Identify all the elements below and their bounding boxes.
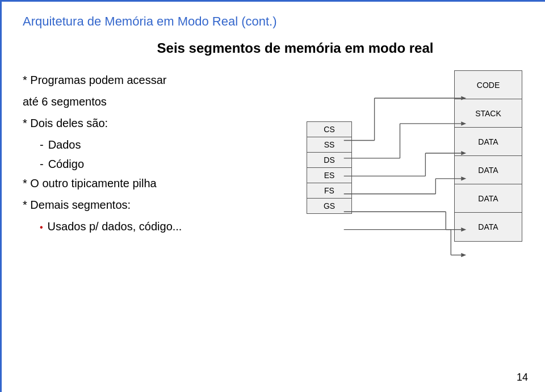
bullet-1: * Programas podem acessar bbox=[23, 70, 261, 90]
mem-data-3: DATA bbox=[455, 184, 522, 213]
seg-ss: SS bbox=[307, 137, 351, 153]
svg-marker-23 bbox=[461, 253, 466, 257]
seg-gs: GS bbox=[307, 199, 351, 213]
bullet-2: até 6 segmentos bbox=[23, 92, 261, 111]
dash-icon: - bbox=[40, 135, 44, 154]
top-border bbox=[0, 0, 545, 2]
mem-data-2: DATA bbox=[455, 156, 522, 184]
seg-es: ES bbox=[307, 168, 351, 183]
text-section: * Programas podem acessar até 6 segmento… bbox=[23, 70, 261, 236]
diagram-inner: CS SS DS ES FS GS CODE STACK DATA DATA D… bbox=[272, 70, 522, 365]
mem-data-4: DATA bbox=[455, 213, 522, 241]
segments-left-table: CS SS DS ES FS GS bbox=[307, 121, 352, 214]
seg-ds: DS bbox=[307, 153, 351, 168]
seg-cs: CS bbox=[307, 122, 351, 137]
content-area: * Programas podem acessar até 6 segmento… bbox=[23, 70, 522, 365]
slide-container: Arquitetura de Memória em Modo Real (con… bbox=[0, 0, 545, 392]
slide-title: Arquitetura de Memória em Modo Real (con… bbox=[23, 14, 522, 29]
memory-right-table: CODE STACK DATA DATA DATA DATA bbox=[454, 70, 522, 242]
mem-stack: STACK bbox=[455, 99, 522, 128]
bullet-7: * Demais segmentos: bbox=[23, 195, 261, 214]
left-border bbox=[0, 0, 2, 392]
bullet-4: - Dados bbox=[23, 135, 261, 154]
bullet-5-text: Código bbox=[48, 154, 84, 174]
dash-icon-2: - bbox=[40, 154, 44, 174]
bullet-3: * Dois deles são: bbox=[23, 113, 261, 133]
slide-subtitle: Seis segmentos de memória em modo real bbox=[68, 40, 522, 56]
bullet-6: * O outro tipicamente pilha bbox=[23, 174, 261, 193]
bullet-8-text: Usados p/ dados, código... bbox=[48, 217, 182, 236]
diagram-section: CS SS DS ES FS GS CODE STACK DATA DATA D… bbox=[272, 70, 522, 365]
mem-data-1: DATA bbox=[455, 128, 522, 156]
bullet-8: • Usados p/ dados, código... bbox=[23, 217, 261, 236]
page-number: 14 bbox=[517, 372, 528, 383]
seg-fs: FS bbox=[307, 183, 351, 199]
dot-icon: • bbox=[40, 220, 43, 235]
bullet-4-text: Dados bbox=[48, 135, 81, 154]
bullet-5: - Código bbox=[23, 154, 261, 174]
mem-code: CODE bbox=[455, 71, 522, 99]
